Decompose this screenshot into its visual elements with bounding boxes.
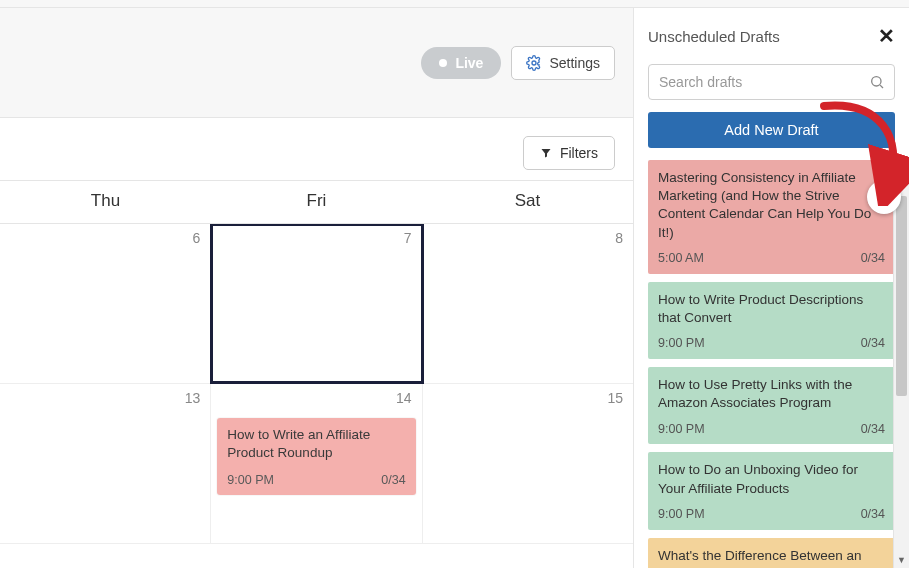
filters-label: Filters (560, 145, 598, 161)
event-title: How to Write an Affiliate Product Roundu… (227, 426, 405, 462)
drafts-panel: Unscheduled Drafts ✕ Add New Draft Maste… (633, 8, 909, 568)
draft-card[interactable]: Mastering Consistency in Affiliate Marke… (648, 160, 895, 274)
draft-card[interactable]: How to Use Pretty Links with the Amazon … (648, 367, 895, 444)
draft-list[interactable]: Mastering Consistency in Affiliate Marke… (634, 160, 909, 568)
week-header: Thu Fri Sat (0, 181, 633, 224)
filter-icon (540, 147, 552, 159)
draft-count: 0/34 (861, 335, 885, 352)
day-header: Thu (0, 181, 211, 223)
edit-icon (876, 189, 892, 205)
week-row: 13 14 How to Write an Affiliate Product … (0, 384, 633, 544)
close-icon[interactable]: ✕ (878, 26, 895, 46)
live-toggle[interactable]: Live (421, 47, 501, 79)
day-header: Fri (211, 181, 422, 223)
week-row: 6 7 8 (0, 224, 633, 384)
draft-card[interactable]: What's the Difference Between an Affilia… (648, 538, 895, 568)
calendar-grid: 6 7 8 13 14 How to Write an Affiliate Pr… (0, 224, 633, 568)
drafts-header: Unscheduled Drafts ✕ (634, 8, 909, 54)
day-number: 7 (404, 230, 412, 246)
day-cell[interactable]: 13 (0, 384, 211, 543)
draft-count: 0/34 (861, 250, 885, 267)
draft-time: 9:00 PM (658, 506, 705, 523)
event-count: 0/34 (381, 472, 405, 489)
day-cell[interactable]: 8 (423, 224, 633, 383)
add-draft-button[interactable]: Add New Draft (648, 112, 895, 148)
add-draft-label: Add New Draft (724, 122, 818, 138)
draft-title: Mastering Consistency in Affiliate Marke… (658, 169, 885, 242)
day-number: 6 (193, 230, 201, 246)
filter-row: Filters (0, 118, 633, 181)
app-top-strip (0, 0, 909, 8)
draft-count: 0/34 (861, 506, 885, 523)
toolbar: Live Settings (0, 8, 633, 118)
svg-point-1 (872, 77, 881, 86)
search-wrap (648, 64, 895, 100)
day-cell[interactable]: 14 How to Write an Affiliate Product Rou… (211, 384, 422, 543)
draft-title: How to Use Pretty Links with the Amazon … (658, 376, 885, 412)
drafts-title: Unscheduled Drafts (648, 28, 780, 45)
day-number: 15 (607, 390, 623, 406)
live-label: Live (455, 55, 483, 71)
filters-button[interactable]: Filters (523, 136, 615, 170)
gear-icon (526, 55, 542, 71)
draft-title: How to Write Product Descriptions that C… (658, 291, 885, 327)
draft-card[interactable]: How to Write Product Descriptions that C… (648, 282, 895, 359)
draft-title: What's the Difference Between an Affilia… (658, 547, 885, 568)
live-dot-icon (439, 59, 447, 67)
search-icon (869, 74, 885, 90)
settings-label: Settings (549, 55, 600, 71)
event-time: 9:00 PM (227, 472, 274, 489)
day-header: Sat (422, 181, 633, 223)
edit-draft-button[interactable] (867, 180, 901, 214)
settings-button[interactable]: Settings (511, 46, 615, 80)
day-cell[interactable]: 15 (423, 384, 633, 543)
day-cell[interactable]: 6 (0, 224, 211, 383)
day-number: 8 (615, 230, 623, 246)
draft-count: 0/34 (861, 421, 885, 438)
draft-time: 9:00 PM (658, 421, 705, 438)
day-number: 13 (185, 390, 201, 406)
draft-time: 5:00 AM (658, 250, 704, 267)
day-number: 14 (396, 390, 412, 406)
day-cell-selected[interactable]: 7 (211, 224, 422, 383)
svg-line-2 (880, 85, 883, 88)
calendar-pane: Live Settings Filters Thu Fri Sat (0, 8, 633, 568)
draft-time: 9:00 PM (658, 335, 705, 352)
event-meta: 9:00 PM 0/34 (227, 472, 405, 489)
search-input[interactable] (648, 64, 895, 100)
calendar-event[interactable]: How to Write an Affiliate Product Roundu… (217, 418, 415, 495)
svg-point-0 (532, 61, 536, 65)
draft-card[interactable]: How to Do an Unboxing Video for Your Aff… (648, 452, 895, 529)
draft-title: How to Do an Unboxing Video for Your Aff… (658, 461, 885, 497)
